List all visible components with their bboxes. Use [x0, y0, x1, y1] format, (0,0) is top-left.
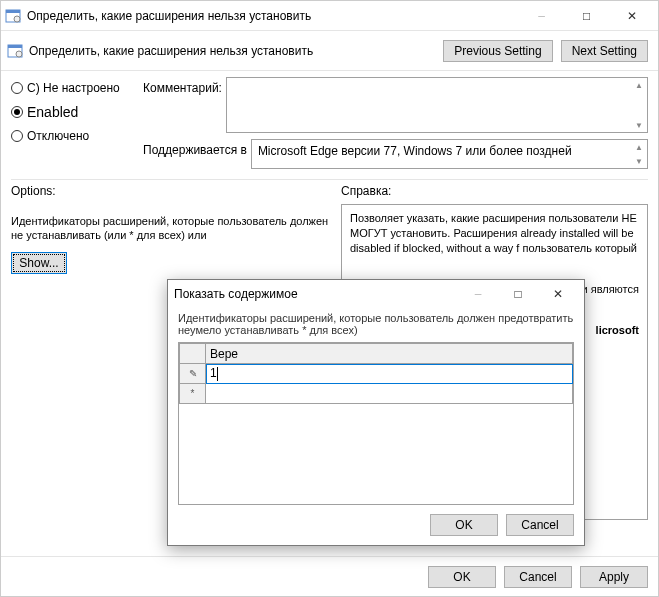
next-setting-button[interactable]: Next Setting: [561, 40, 648, 62]
grid-row[interactable]: *: [180, 384, 573, 404]
dialog-footer: OK Cancel: [168, 505, 584, 545]
help-label: Справка:: [341, 184, 648, 198]
comment-row: Комментарий: ▲ ▼: [143, 77, 648, 133]
dialog-description: Идентификаторы расширений, которые польз…: [168, 308, 584, 342]
grid-table: Вере ✎ 1 *: [179, 343, 573, 404]
main-footer: OK Cancel Apply: [1, 556, 658, 596]
grid-row-marker-edit: ✎: [180, 364, 206, 384]
radio-not-configured-row[interactable]: C) Не настроено: [11, 77, 141, 99]
radio-not-configured-label: C) Не настроено: [27, 77, 120, 99]
dialog-ok-button[interactable]: OK: [430, 514, 498, 536]
window-title: Определить, какие расширения нельзя уста…: [27, 9, 519, 23]
svg-point-2: [14, 16, 20, 22]
header-row: Определить, какие расширения нельзя уста…: [1, 31, 658, 71]
comment-label: Комментарий:: [143, 77, 226, 133]
grid-cell-empty[interactable]: [206, 384, 573, 404]
radio-enabled-label: Enabled: [27, 101, 78, 123]
dialog-maximize-button[interactable]: □: [498, 280, 538, 308]
scroll-up-icon[interactable]: ▲: [631, 140, 647, 154]
dialog-title: Показать содержимое: [174, 287, 458, 301]
options-description: Идентификаторы расширений, которые польз…: [11, 214, 341, 242]
dialog-minimize-button[interactable]: –: [458, 280, 498, 308]
radio-enabled-row[interactable]: Enabled: [11, 101, 141, 123]
grid-row[interactable]: ✎ 1: [180, 364, 573, 384]
grid-column-header[interactable]: Вере: [206, 344, 573, 364]
radio-not-configured[interactable]: [11, 82, 23, 94]
state-radios: C) Не настроено Enabled Отключено: [11, 77, 141, 175]
cancel-button[interactable]: Cancel: [504, 566, 572, 588]
policy-icon: [7, 43, 23, 59]
grid-corner: [180, 344, 206, 364]
supported-label: Поддерживается в: [143, 139, 251, 169]
radio-disabled-label: Отключено: [27, 125, 89, 147]
titlebar: Определить, какие расширения нельзя уста…: [1, 1, 658, 31]
show-contents-dialog: Показать содержимое – □ ✕ Идентификаторы…: [167, 279, 585, 546]
supported-value: Microsoft Edge версии 77, Windows 7 или …: [258, 144, 572, 158]
comment-field[interactable]: ▲ ▼: [226, 77, 648, 133]
policy-icon: [5, 8, 21, 24]
apply-button[interactable]: Apply: [580, 566, 648, 588]
grid-cell-value: 1: [210, 366, 217, 380]
dialog-close-button[interactable]: ✕: [538, 280, 578, 308]
maximize-button[interactable]: □: [564, 1, 609, 30]
scroll-down-icon[interactable]: ▼: [631, 154, 647, 168]
dialog-cancel-button[interactable]: Cancel: [506, 514, 574, 536]
previous-setting-button[interactable]: Previous Setting: [443, 40, 552, 62]
show-button[interactable]: Show...: [11, 252, 67, 274]
radio-disabled-row[interactable]: Отключено: [11, 125, 141, 147]
options-label: Options:: [11, 184, 341, 198]
supported-row: Поддерживается в Microsoft Edge версии 7…: [143, 139, 648, 169]
scroll-up-icon[interactable]: ▲: [631, 78, 647, 92]
supported-field: Microsoft Edge версии 77, Windows 7 или …: [251, 139, 648, 169]
svg-point-5: [16, 51, 22, 57]
close-button[interactable]: ✕: [609, 1, 654, 30]
window-controls: – □ ✕: [519, 1, 654, 30]
policy-name: Определить, какие расширения нельзя уста…: [29, 44, 435, 58]
svg-rect-4: [8, 45, 22, 48]
grid-cell-editing[interactable]: 1: [206, 364, 573, 384]
scroll-down-icon[interactable]: ▼: [631, 118, 647, 132]
ok-button[interactable]: OK: [428, 566, 496, 588]
grid-row-marker-new: *: [180, 384, 206, 404]
right-column: Комментарий: ▲ ▼ Поддерживается в Micros…: [141, 77, 648, 175]
dialog-titlebar: Показать содержимое – □ ✕: [168, 280, 584, 308]
svg-rect-1: [6, 10, 20, 13]
value-grid[interactable]: Вере ✎ 1 *: [178, 342, 574, 505]
radio-enabled[interactable]: [11, 106, 23, 118]
text-cursor: [217, 367, 218, 381]
radio-disabled[interactable]: [11, 130, 23, 142]
help-p1: Позволяет указать, какие расширения поль…: [350, 211, 639, 256]
minimize-button[interactable]: –: [519, 1, 564, 30]
upper-section: C) Не настроено Enabled Отключено Коммен…: [11, 77, 648, 175]
grid-header-row: Вере: [180, 344, 573, 364]
